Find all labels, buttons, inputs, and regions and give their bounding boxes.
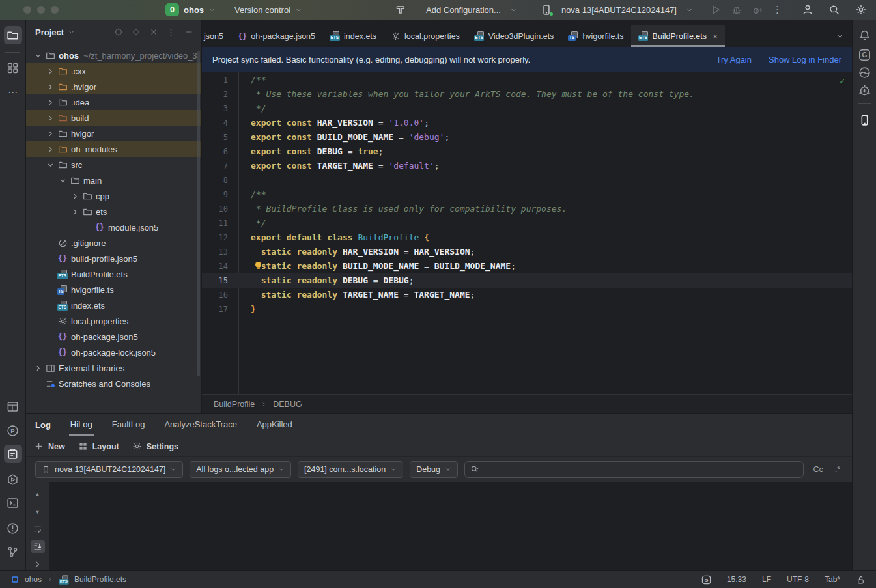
- device-filter-dropdown[interactable]: nova 13[4ABUT24C12024147]: [35, 461, 183, 478]
- scroll-up-button[interactable]: ▲: [31, 488, 45, 501]
- editor-tab-oh-package-json5[interactable]: {}oh-package.json5: [231, 25, 322, 47]
- project-stripe-button[interactable]: [4, 26, 22, 44]
- editor-tab-video3dplugin-ets[interactable]: ETSVideo3dPlugin.ets: [467, 25, 561, 47]
- account-icon[interactable]: [802, 4, 813, 16]
- intention-bulb-icon[interactable]: [255, 262, 261, 268]
- statusbar-module[interactable]: ohos: [25, 575, 42, 584]
- log-tab-analyzestacktrace[interactable]: AnalyzeStackTrace: [163, 414, 238, 436]
- line-number[interactable]: 1: [202, 73, 228, 87]
- assistant-stripe-button[interactable]: [855, 63, 873, 81]
- editor-tab-local-properties[interactable]: local.properties: [384, 25, 467, 47]
- chevron-right-icon[interactable]: [45, 114, 56, 122]
- editor-tab-json5[interactable]: json5: [202, 25, 231, 47]
- encoding-indicator[interactable]: UTF-8: [787, 575, 809, 584]
- code-line-12[interactable]: 12export default class BuildProfile {: [202, 231, 852, 245]
- code-editor[interactable]: 1/**2 * Use these variables when you tai…: [202, 72, 852, 394]
- run-button[interactable]: [710, 4, 722, 16]
- line-number[interactable]: 16: [202, 288, 228, 302]
- chevron-right-icon[interactable]: [33, 364, 44, 372]
- log-tab-hilog[interactable]: HiLog: [69, 414, 94, 436]
- more-tool-windows-button[interactable]: ⋯: [4, 83, 22, 102]
- zoom-window-button[interactable]: [51, 6, 59, 14]
- line-number[interactable]: 17: [202, 302, 228, 316]
- log-stripe-button[interactable]: [4, 445, 22, 463]
- tree-item-hvigorfile-ts[interactable]: TShvigorfile.ts: [26, 282, 201, 298]
- chevron-right-icon[interactable]: [45, 98, 56, 107]
- code-line-5[interactable]: 5export const BUILD_MODE_NAME = 'debug';: [202, 130, 852, 145]
- more-actions-button[interactable]: ⋮: [772, 4, 783, 16]
- expand-toolbar-button[interactable]: [31, 558, 45, 570]
- code-line-8[interactable]: 8: [202, 173, 852, 188]
- vcs-selector[interactable]: Version control: [234, 5, 290, 15]
- minimize-window-button[interactable]: [37, 6, 45, 14]
- services-stripe-button[interactable]: [4, 470, 22, 488]
- code-line-17[interactable]: 17}: [202, 302, 852, 316]
- close-tab-icon[interactable]: ×: [713, 31, 718, 42]
- tree-item-local-properties[interactable]: local.properties: [26, 313, 201, 329]
- phone-device-stripe-button[interactable]: [855, 111, 873, 129]
- log-tab-faultlog[interactable]: FaultLog: [111, 414, 147, 436]
- tree-item-scratches-and-consoles[interactable]: Scratches and Consoles: [26, 376, 201, 391]
- close-panel-icon[interactable]: [149, 27, 158, 36]
- breadcrumb-item-debug[interactable]: DEBUG: [273, 400, 302, 409]
- structure-stripe-button[interactable]: [4, 59, 22, 77]
- line-number[interactable]: 3: [202, 102, 228, 116]
- tree-item-hvigor[interactable]: hvigor: [26, 126, 201, 141]
- show-log-in-finder-button[interactable]: Show Log in Finder: [769, 55, 841, 64]
- chevron-right-icon[interactable]: [45, 130, 56, 138]
- device-selector[interactable]: nova 13[4ABUT24C12024147]: [561, 5, 677, 15]
- line-number[interactable]: 7: [202, 159, 228, 173]
- attach-debugger-button[interactable]: [752, 4, 763, 16]
- tree-item-cpp[interactable]: cpp: [26, 188, 201, 204]
- line-number[interactable]: 9: [202, 188, 228, 202]
- log-search-box[interactable]: [464, 461, 804, 478]
- line-number[interactable]: 15: [202, 273, 228, 288]
- settings-gear-icon[interactable]: [855, 4, 867, 16]
- tab-list-chevron-icon[interactable]: [836, 32, 844, 40]
- code-line-4[interactable]: 4export const HAR_VERSION = '1.0.0';: [202, 116, 852, 130]
- settings-button[interactable]: Settings: [132, 441, 178, 451]
- profiler-stripe-button[interactable]: P: [4, 421, 22, 440]
- line-number[interactable]: 12: [202, 231, 228, 245]
- code-line-6[interactable]: 6export const DEBUG = true;: [202, 145, 852, 159]
- tree-item-buildprofile-ets[interactable]: ETSBuildProfile.ets: [26, 266, 201, 282]
- scrollbar[interactable]: [197, 51, 200, 376]
- soft-wrap-button[interactable]: [31, 524, 45, 536]
- code-line-11[interactable]: 11 */: [202, 216, 852, 231]
- select-opened-file-icon[interactable]: [114, 27, 123, 36]
- line-number[interactable]: 2: [202, 87, 228, 102]
- scroll-to-end-button[interactable]: [31, 540, 45, 553]
- code-line-14[interactable]: 14 static readonly BUILD_MODE_NAME = BUI…: [202, 259, 852, 273]
- tree-item-cxx[interactable]: .cxx: [26, 63, 201, 79]
- code-line-9[interactable]: 9/**: [202, 188, 852, 202]
- tree-item-build-profile-json5[interactable]: {}build-profile.json5: [26, 251, 201, 266]
- scroll-down-button[interactable]: ▼: [31, 506, 45, 518]
- try-again-button[interactable]: Try Again: [716, 55, 752, 64]
- caret-position[interactable]: 15:33: [727, 575, 746, 584]
- line-number[interactable]: 10: [202, 202, 228, 216]
- editor-tab-index-ets[interactable]: ETSindex.ets: [322, 25, 384, 47]
- debug-button[interactable]: [731, 4, 742, 16]
- editor-tab-hvigorfile-ts[interactable]: TShvigorfile.ts: [561, 25, 630, 47]
- chevron-down-icon[interactable]: [33, 51, 44, 60]
- code-line-7[interactable]: 7export const TARGET_NAME = 'default';: [202, 159, 852, 173]
- log-search-input[interactable]: [483, 465, 798, 474]
- line-number[interactable]: 8: [202, 173, 228, 188]
- tree-item-module-json5[interactable]: {}module.json5: [26, 219, 201, 235]
- new-button[interactable]: New: [34, 441, 65, 451]
- line-number[interactable]: 14: [202, 259, 228, 273]
- log-panel-title[interactable]: Log: [35, 414, 51, 436]
- tree-item-main[interactable]: main: [26, 173, 201, 188]
- problems-stripe-button[interactable]: [4, 519, 22, 537]
- search-everywhere-icon[interactable]: [828, 4, 840, 16]
- run-config-selector[interactable]: Add Configuration...: [426, 5, 501, 15]
- log-tab-appkilled[interactable]: AppKilled: [255, 414, 294, 436]
- code-line-10[interactable]: 10 * BuildProfile Class is used only for…: [202, 202, 852, 216]
- inspection-status-icon[interactable]: ✓: [840, 76, 845, 86]
- indent-indicator[interactable]: Tab*: [825, 575, 840, 584]
- line-ending-indicator[interactable]: LF: [762, 575, 771, 584]
- hide-panel-icon[interactable]: [184, 27, 193, 36]
- chevron-right-icon[interactable]: [70, 208, 81, 216]
- line-number[interactable]: 11: [202, 216, 228, 231]
- version-control-stripe-button[interactable]: [4, 542, 22, 561]
